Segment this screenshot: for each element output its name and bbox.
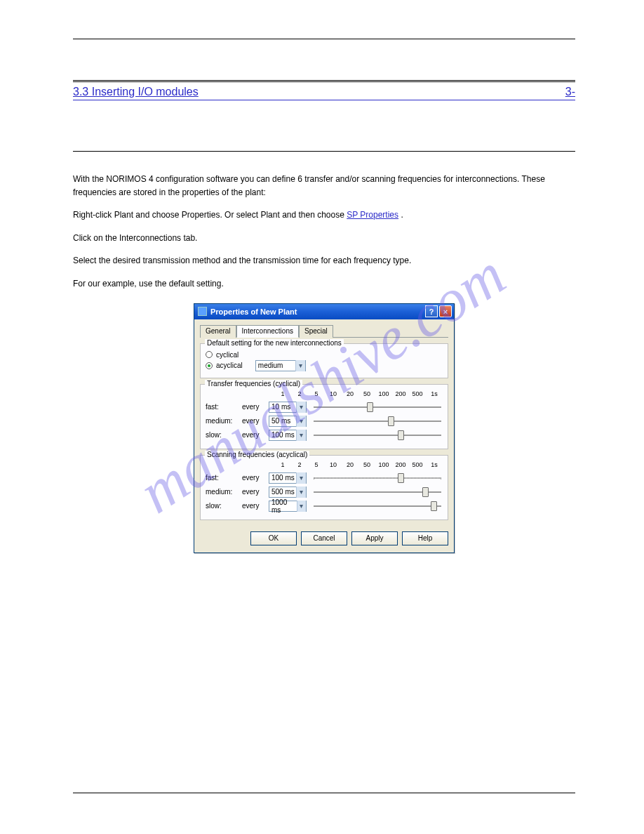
group-default-title: Default setting for the new interconnect… [205, 339, 344, 347]
transfer-slow-select[interactable]: 100 ms ▾ [269, 430, 307, 441]
transfer-medium-select[interactable]: 50 ms ▾ [269, 416, 307, 427]
transfer-row-medium: medium: every 50 ms ▾ [206, 416, 443, 427]
tab-general[interactable]: General [200, 325, 236, 338]
scanning-medium-select[interactable]: 500 ms ▾ [269, 486, 307, 498]
properties-dialog: Properties of New Plant ? × General Inte… [194, 303, 455, 553]
tick-label: 1s [429, 461, 440, 468]
scanning-row-medium: medium: every 500 ms ▾ [206, 486, 443, 498]
transfer-fast-slider[interactable] [314, 402, 441, 412]
radio-acyclical[interactable] [206, 362, 213, 369]
section-rule [73, 100, 575, 100]
scanning-ticks-header: 1 2 5 10 20 50 100 200 500 1s [277, 461, 443, 468]
every-label: every [242, 403, 263, 411]
titlebar-close-button[interactable]: × [439, 305, 452, 317]
freq-label: fast: [206, 474, 236, 482]
tick-label: 100 [378, 390, 389, 397]
section-tab-link[interactable]: 3- [565, 86, 575, 98]
select-value: 100 ms [271, 431, 295, 439]
radio-cyclical-label: cyclical [216, 351, 239, 359]
chevron-down-icon: ▾ [296, 430, 306, 441]
chevron-down-icon: ▾ [295, 360, 305, 371]
body-rule [73, 151, 575, 152]
group-transfer-title: Transfer frequencies (cyclical) [205, 380, 302, 388]
chevron-down-icon: ▾ [296, 472, 306, 484]
scanning-fast-select[interactable]: 100 ms ▾ [269, 472, 307, 484]
transfer-medium-slider[interactable] [314, 416, 441, 426]
tick-label: 50 [361, 390, 373, 397]
transfer-fast-select[interactable]: 10 ms ▾ [269, 402, 307, 413]
transfer-slow-slider[interactable] [314, 430, 441, 440]
freq-label: medium: [206, 488, 236, 496]
tick-label: 2 [294, 390, 305, 397]
dialog-body: General Interconnections Special Default… [194, 319, 454, 552]
apply-button[interactable]: Apply [351, 531, 398, 545]
group-scanning: Scanning frequencies (acyclical) 1 2 5 1… [200, 455, 448, 520]
mode-select-value: medium [258, 362, 283, 369]
select-value: 10 ms [271, 403, 290, 411]
transfer-ticks-header: 1 2 5 10 20 50 100 200 500 1s [277, 390, 443, 397]
scanning-fast-slider[interactable] [314, 473, 441, 483]
radio-cyclical[interactable] [206, 351, 213, 358]
freq-label: medium: [206, 417, 236, 425]
tick-label: 500 [412, 390, 423, 397]
scanning-slow-slider[interactable] [314, 501, 441, 511]
scanning-slow-select[interactable]: 1000 ms ▾ [269, 501, 307, 512]
tick-label: 50 [361, 461, 373, 468]
scanning-row-fast: fast: every 100 ms ▾ [206, 472, 443, 484]
tick-label: 10 [328, 390, 339, 397]
tick-label: 5 [311, 461, 322, 468]
page-content: 3.3 Inserting I/O modules 3- With the NO… [0, 0, 644, 553]
tick-label: 100 [378, 461, 389, 468]
chevron-down-icon: ▾ [296, 486, 306, 498]
chevron-down-icon: ▾ [296, 416, 306, 427]
group-scanning-title: Scanning frequencies (acyclical) [205, 451, 309, 458]
titlebar-help-button[interactable]: ? [425, 305, 438, 317]
tick-label: 20 [344, 390, 356, 397]
every-label: every [242, 502, 263, 510]
dialog-wrapper: Properties of New Plant ? × General Inte… [73, 303, 575, 553]
transfer-row-fast: fast: every 10 ms ▾ [206, 402, 443, 413]
tabs: General Interconnections Special [200, 325, 448, 338]
dialog-titlebar[interactable]: Properties of New Plant ? × [194, 304, 454, 319]
select-value: 1000 ms [271, 498, 297, 514]
mode-select[interactable]: medium ▾ [255, 360, 306, 371]
tick-label: 2 [294, 461, 305, 468]
dialog-icon [198, 307, 207, 316]
tick-label: 200 [395, 390, 406, 397]
chevron-down-icon: ▾ [296, 402, 306, 413]
ok-button[interactable]: OK [250, 531, 297, 545]
group-transfer: Transfer frequencies (cyclical) 1 2 5 10… [200, 384, 448, 449]
cancel-button[interactable]: Cancel [301, 531, 347, 545]
tab-interconnections[interactable]: Interconnections [236, 325, 299, 338]
scanning-medium-slider[interactable] [314, 487, 441, 497]
tick-label: 500 [412, 461, 423, 468]
group-default-setting: Default setting for the new interconnect… [200, 343, 448, 378]
dialog-button-row: OK Cancel Apply Help [200, 526, 448, 545]
every-label: every [242, 474, 263, 482]
section-link[interactable]: 3.3 Inserting I/O modules [73, 86, 199, 98]
tick-label: 200 [395, 461, 406, 468]
paragraph-5: For our example, use the default setting… [73, 277, 575, 291]
select-value: 500 ms [271, 488, 295, 496]
header-rule-double [73, 80, 575, 82]
freq-label: fast: [206, 403, 236, 411]
header-rule-top [73, 39, 575, 39]
tick-label: 5 [311, 390, 322, 397]
tick-label: 1 [277, 390, 288, 397]
radio-acyclical-label: acyclical [216, 362, 243, 369]
help-button[interactable]: Help [402, 531, 448, 545]
scanning-row-slow: slow: every 1000 ms ▾ [206, 501, 443, 512]
transfer-row-slow: slow: every 100 ms ▾ [206, 430, 443, 441]
select-value: 100 ms [271, 474, 295, 482]
freq-label: slow: [206, 431, 236, 439]
paragraph-2a: Right-click Plant and choose Properties.… [73, 210, 347, 220]
paragraph-1: With the NORIMOS 4 configuration softwar… [73, 173, 575, 199]
page-footer [73, 793, 575, 797]
section-header: 3.3 Inserting I/O modules 3- [73, 86, 575, 98]
tick-label: 1s [429, 390, 440, 397]
tab-special[interactable]: Special [299, 325, 333, 338]
sp-properties-link[interactable]: SP Properties [347, 210, 398, 220]
freq-label: slow: [206, 502, 236, 510]
tick-label: 20 [344, 461, 356, 468]
select-value: 50 ms [271, 417, 290, 425]
